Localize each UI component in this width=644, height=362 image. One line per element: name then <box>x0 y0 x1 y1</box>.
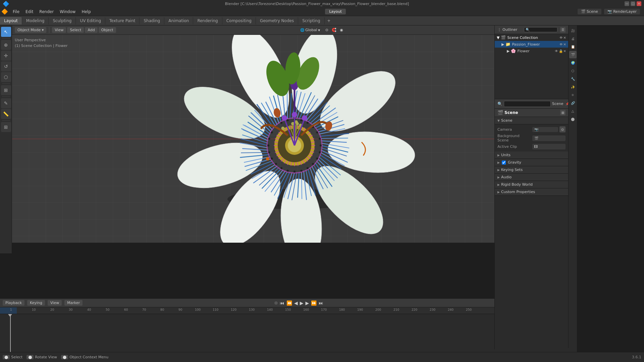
ws-rendering[interactable]: Rendering <box>193 17 222 24</box>
rotate-tool-button[interactable]: ↺ <box>1 61 11 71</box>
select-tool-button[interactable]: ↖ <box>1 27 11 37</box>
title-bar: 🔷 Blender [C:\Users\Torezone\Desktop\Pas… <box>0 0 644 7</box>
gravity-section-header[interactable]: ▶ Gravity <box>495 159 568 166</box>
proportional-edit-toggle[interactable]: ◉ <box>338 27 345 34</box>
timeline-content[interactable] <box>0 314 577 352</box>
playback-menu[interactable]: Playback <box>3 300 24 306</box>
scene-collection-item[interactable]: ▼ 🎬 Scene Collection 👁 ✕ <box>495 34 568 41</box>
props-pin-button[interactable]: 📌 <box>565 101 568 107</box>
props-tab-output[interactable]: 🖨 <box>569 35 577 42</box>
passion-flower-outliner-item[interactable]: ▶ 📁 Passion_Flower 👁 ✕ <box>495 41 568 48</box>
view-menu-timeline[interactable]: View <box>48 300 62 306</box>
active-clip-value[interactable]: 🎞 <box>532 144 566 149</box>
props-title-bar: 🎬 Scene ⊞ <box>495 109 568 117</box>
props-tab-render[interactable]: 🎥 <box>569 27 577 34</box>
scale-tool-button[interactable]: ⬡ <box>1 72 11 82</box>
menu-render[interactable]: Render <box>37 9 56 15</box>
ws-animation[interactable]: Animation <box>164 17 193 24</box>
ws-modeling[interactable]: Modeling <box>22 17 49 24</box>
viewport-3d[interactable]: User Perspective (1) Scene Collection | … <box>12 35 577 243</box>
ruler-90: 90 <box>178 308 182 311</box>
ws-compositing[interactable]: Compositing <box>222 17 256 24</box>
keying-sets-section-header[interactable]: ▶ Keying Sets <box>495 166 568 174</box>
transform-tool-button[interactable]: ⊞ <box>1 85 11 95</box>
rotate-label: Rotate View <box>35 355 57 359</box>
flower-svg <box>174 35 415 243</box>
marker-menu[interactable]: Marker <box>64 300 83 306</box>
playback-record-button[interactable] <box>274 301 278 305</box>
minimize-button[interactable]: — <box>625 1 629 6</box>
keying-menu[interactable]: Keying <box>27 300 45 306</box>
timeline-ruler[interactable]: 1 10 20 30 40 50 60 70 80 90 100 110 120… <box>0 307 577 314</box>
svg-point-178 <box>302 115 307 121</box>
ws-sculpting[interactable]: Sculpting <box>49 17 76 24</box>
ws-geometry-nodes[interactable]: Geometry Nodes <box>256 17 298 24</box>
props-tab-physics[interactable]: ⚛ <box>569 91 577 99</box>
props-tab-constraints[interactable]: 🔗 <box>569 99 577 107</box>
viewport-mode-selector[interactable]: Object Mode ▾ <box>15 27 46 33</box>
units-section-header[interactable]: ▶ Units <box>495 152 568 159</box>
snap-toggle[interactable]: 🧲 <box>331 27 337 34</box>
select-menu[interactable]: Select <box>67 27 84 33</box>
add-tool-button[interactable]: ⊞ <box>1 122 11 132</box>
background-scene-value[interactable]: 🎬 <box>532 135 566 141</box>
jump-start-button[interactable]: ⏮ <box>280 300 284 306</box>
jump-end-button[interactable]: ⏭ <box>319 300 323 306</box>
props-tab-scene[interactable]: 🎬 <box>569 51 577 58</box>
scene-section-header[interactable]: ▼ Scene <box>495 117 568 124</box>
annotate-tool-button[interactable]: ✎ <box>1 98 11 108</box>
menu-file[interactable]: File <box>10 9 22 15</box>
props-tab-object-data[interactable]: △ <box>569 107 577 115</box>
pivot-selector[interactable]: ⊙ <box>323 27 330 34</box>
gravity-checkbox[interactable] <box>502 161 506 165</box>
move-tool-button[interactable]: ✛ <box>1 51 11 61</box>
prev-frame-button[interactable]: ◀ <box>294 300 298 306</box>
props-tab-modifier[interactable]: 🔧 <box>569 75 577 82</box>
props-tab-world[interactable]: 🌍 <box>569 59 577 66</box>
audio-section-header[interactable]: ▶ Audio <box>495 174 568 181</box>
ws-scripting[interactable]: Scripting <box>298 17 324 24</box>
properties-search-input[interactable] <box>504 101 551 107</box>
camera-value[interactable]: 📷 <box>532 127 558 132</box>
scene-selector[interactable]: 🎬 Scene <box>578 9 601 14</box>
add-workspace-button[interactable]: + <box>325 17 333 24</box>
transform-global-selector[interactable]: 🌐 Global ▾ <box>298 27 322 33</box>
props-tab-particles[interactable]: ✨ <box>569 83 577 90</box>
ws-texture-paint[interactable]: Texture Paint <box>105 17 140 24</box>
next-keyframe-button[interactable]: ⏩ <box>311 300 317 306</box>
ruler-180: 180 <box>339 308 345 311</box>
outliner-search-input[interactable] <box>524 27 557 32</box>
camera-select-button[interactable]: ⊙ <box>559 126 566 132</box>
measure-tool-button[interactable]: 📏 <box>1 109 11 119</box>
play-button[interactable]: ▶ <box>300 300 304 306</box>
view-menu[interactable]: View <box>52 27 66 33</box>
prev-keyframe-button[interactable]: ⏪ <box>286 300 292 306</box>
frame-marker <box>8 314 12 317</box>
object-menu[interactable]: Object <box>99 27 116 33</box>
ws-uv-editing[interactable]: UV Editing <box>76 17 105 24</box>
layout-tab-active[interactable]: Layout <box>325 9 345 14</box>
menu-help[interactable]: Help <box>79 9 93 15</box>
next-frame-button[interactable]: ▶ <box>306 300 309 306</box>
rigid-body-world-section-header[interactable]: ▶ Rigid Body World <box>495 181 568 188</box>
rotate-status: ⬤ Rotate View <box>26 355 57 359</box>
ws-layout[interactable]: Layout <box>0 17 22 24</box>
timeline-header: Playback Keying View Marker ⏮ ⏪ ◀ ▶ ▶ ⏩ … <box>0 299 577 307</box>
menu-edit[interactable]: Edit <box>23 9 36 15</box>
outliner-filter-button[interactable]: ☰ <box>560 27 566 33</box>
custom-properties-section-header[interactable]: ▶ Custom Properties <box>495 188 568 196</box>
maximize-button[interactable]: □ <box>631 1 635 6</box>
props-tab-object[interactable]: ⬡ <box>569 67 577 74</box>
add-menu[interactable]: Add <box>85 27 97 33</box>
props-expand-button[interactable]: ⊞ <box>560 110 566 115</box>
flower-outliner-item[interactable]: ▶ 🌸 Flower 👁 🔒 ✕ <box>495 48 568 54</box>
menu-window[interactable]: Window <box>57 9 78 15</box>
ws-shading[interactable]: Shading <box>140 17 164 24</box>
select-key: ⬤ <box>3 355 10 359</box>
props-tab-material[interactable]: ⬤ <box>569 115 577 123</box>
timeline-panel: Playback Keying View Marker ⏮ ⏪ ◀ ▶ ▶ ⏩ … <box>0 298 577 352</box>
renderlayer-selector[interactable]: 📷 RenderLayer <box>604 9 640 14</box>
props-tab-view-layer[interactable]: 📋 <box>569 43 577 50</box>
cursor-tool-button[interactable]: ⊕ <box>1 40 11 50</box>
close-button[interactable]: ✕ <box>637 1 641 6</box>
